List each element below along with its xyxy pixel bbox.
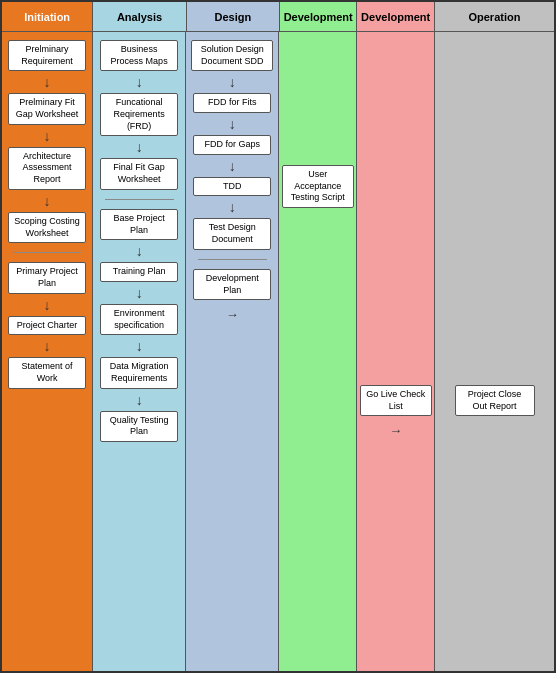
box-training-plan: Training Plan: [100, 262, 178, 282]
arrow-3: ↓: [44, 195, 51, 207]
box-go-live: Go Live Check List: [360, 385, 432, 416]
box-close-out: Project Close Out Report: [455, 385, 535, 416]
divider-initiation: [13, 252, 80, 253]
box-final-fit: Final Fit Gap Worksheet: [100, 158, 178, 189]
arrow-1: ↓: [44, 76, 51, 88]
box-tdd: TDD: [193, 177, 271, 197]
arrow-13: ↓: [229, 118, 236, 130]
arrow-9: ↓: [136, 287, 143, 299]
col-initiation: Prelminary Requirement ↓ Prelminary Fit …: [2, 32, 93, 671]
arrow-right-op: →: [389, 423, 402, 438]
col-design: Solution Design Document SDD ↓ FDD for F…: [186, 32, 279, 671]
header-operation: Operation: [435, 2, 554, 31]
arrow-10: ↓: [136, 340, 143, 352]
arrow-2: ↓: [44, 130, 51, 142]
box-sdd: Solution Design Document SDD: [191, 40, 273, 71]
arrow-right-dev: →: [226, 307, 239, 322]
header-development2: Development: [357, 2, 434, 31]
arrow-5: ↓: [44, 340, 51, 352]
box-fdd-gaps: FDD for Gaps: [193, 135, 271, 155]
arrow-7: ↓: [136, 141, 143, 153]
col-analysis: Business Process Maps ↓ Funcational Reqi…: [93, 32, 186, 671]
box-scoping: Scoping Costing Worksheet: [8, 212, 86, 243]
box-primary-plan: Primary Project Plan: [8, 262, 86, 293]
box-test-design: Test Design Document: [193, 218, 271, 249]
box-base-project: Base Project Plan: [100, 209, 178, 240]
box-preliminary-fit: Prelminary Fit Gap Worksheet: [8, 93, 86, 124]
box-business-process: Business Process Maps: [100, 40, 178, 71]
divider-design: [198, 259, 267, 260]
header-design: Design: [187, 2, 280, 31]
diagram: Initiation Analysis Design Development D…: [0, 0, 556, 673]
box-uat: User Acceptance Testing Script: [282, 165, 354, 208]
arrow-15: ↓: [229, 201, 236, 213]
header-analysis: Analysis: [93, 2, 186, 31]
box-quality-testing: Quality Testing Plan: [100, 411, 178, 442]
header-row: Initiation Analysis Design Development D…: [2, 2, 554, 32]
box-fdd-fits: FDD for Fits: [193, 93, 271, 113]
body-row: Prelminary Requirement ↓ Prelminary Fit …: [2, 32, 554, 671]
box-preliminary-req: Prelminary Requirement: [8, 40, 86, 71]
header-initiation: Initiation: [2, 2, 93, 31]
arrow-14: ↓: [229, 160, 236, 172]
arrow-11: ↓: [136, 394, 143, 406]
box-data-migration: Data Migration Requirements: [100, 357, 178, 388]
divider-analysis: [105, 199, 174, 200]
box-project-charter: Project Charter: [8, 316, 86, 336]
box-statement-work: Statement of Work: [8, 357, 86, 388]
arrow-12: ↓: [229, 76, 236, 88]
box-functional-req: Funcational Reqirements (FRD): [100, 93, 178, 136]
box-arch-report: Architecture Assessment Report: [8, 147, 86, 190]
arrow-8: ↓: [136, 245, 143, 257]
box-env-spec: Environment specification: [100, 304, 178, 335]
col-development2: Go Live Check List →: [357, 32, 435, 671]
col-operation: Project Close Out Report: [435, 32, 554, 671]
col-development1: User Acceptance Testing Script: [279, 32, 357, 671]
arrow-4: ↓: [44, 299, 51, 311]
arrow-6: ↓: [136, 76, 143, 88]
box-dev-plan: Development Plan: [193, 269, 271, 300]
header-development1: Development: [280, 2, 357, 31]
